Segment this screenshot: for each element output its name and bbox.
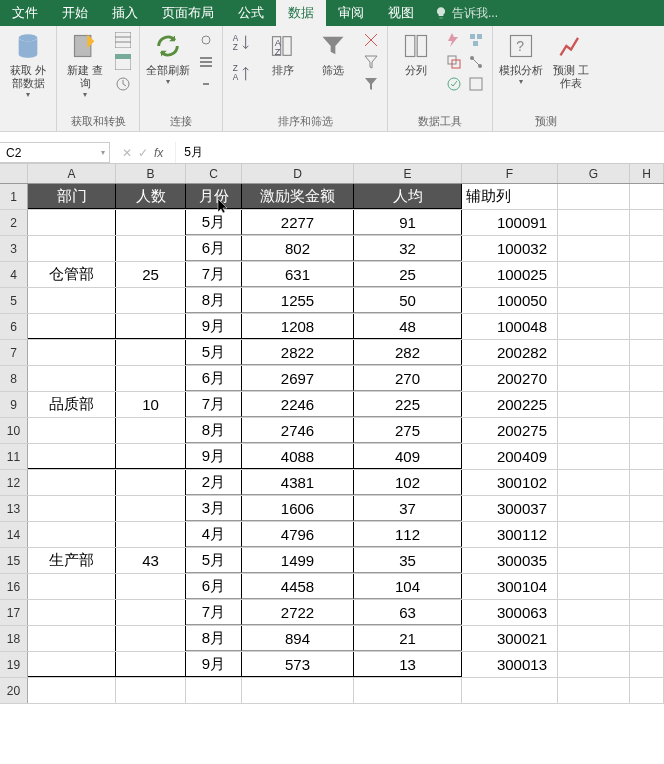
cell[interactable] <box>558 496 630 521</box>
cell[interactable]: 4458 <box>242 574 354 599</box>
row-header[interactable]: 13 <box>0 496 28 521</box>
cell[interactable]: 32 <box>354 236 462 261</box>
cell[interactable]: 4月 <box>186 522 242 547</box>
sort-desc-button[interactable]: ZA <box>229 60 255 86</box>
cell[interactable] <box>558 288 630 313</box>
tab-layout[interactable]: 页面布局 <box>150 0 226 26</box>
cell[interactable] <box>630 262 664 287</box>
consolidate-button[interactable] <box>466 30 486 50</box>
tell-me[interactable]: 告诉我... <box>434 0 498 26</box>
cell[interactable] <box>630 418 664 443</box>
cell[interactable]: 300035 <box>462 548 558 573</box>
cell[interactable] <box>630 600 664 625</box>
cell[interactable]: 9月 <box>186 652 242 677</box>
cell[interactable]: 35 <box>354 548 462 573</box>
cell[interactable] <box>630 574 664 599</box>
header-cell[interactable]: 人数 <box>116 184 186 209</box>
from-table-button[interactable] <box>113 52 133 72</box>
cell[interactable]: 7月 <box>186 262 242 287</box>
cell[interactable] <box>116 652 186 677</box>
cell[interactable]: 50 <box>354 288 462 313</box>
col-header[interactable]: E <box>354 164 462 183</box>
cell[interactable] <box>28 366 116 391</box>
what-if-button[interactable]: ? 模拟分析 ▾ <box>499 30 543 86</box>
cell[interactable]: 1606 <box>242 496 354 521</box>
cell[interactable] <box>28 496 116 521</box>
row-header[interactable]: 16 <box>0 574 28 599</box>
cell[interactable] <box>28 210 116 235</box>
cell[interactable] <box>116 418 186 443</box>
cell[interactable] <box>116 340 186 365</box>
cell[interactable] <box>462 678 558 703</box>
tab-insert[interactable]: 插入 <box>100 0 150 26</box>
cell[interactable] <box>630 314 664 339</box>
cell[interactable]: 300112 <box>462 522 558 547</box>
col-header[interactable]: G <box>558 164 630 183</box>
cell[interactable]: 300104 <box>462 574 558 599</box>
cell[interactable] <box>116 626 186 651</box>
tab-home[interactable]: 开始 <box>50 0 100 26</box>
cell[interactable]: 4381 <box>242 470 354 495</box>
cell[interactable]: 2月 <box>186 470 242 495</box>
cell[interactable]: 409 <box>354 444 462 469</box>
cell[interactable]: 2277 <box>242 210 354 235</box>
cell[interactable] <box>558 236 630 261</box>
cell[interactable] <box>116 496 186 521</box>
cell[interactable]: 25 <box>354 262 462 287</box>
cell[interactable] <box>116 678 186 703</box>
cell[interactable] <box>186 678 242 703</box>
cell[interactable] <box>28 522 116 547</box>
cell[interactable] <box>116 288 186 313</box>
clear-filter-button[interactable] <box>361 30 381 50</box>
row-header[interactable]: 8 <box>0 366 28 391</box>
cell[interactable]: 2746 <box>242 418 354 443</box>
cell[interactable] <box>630 392 664 417</box>
cell[interactable]: 200225 <box>462 392 558 417</box>
header-cell[interactable]: 部门 <box>28 184 116 209</box>
cell[interactable]: 6月 <box>186 574 242 599</box>
header-cell[interactable]: 月份 <box>186 184 242 209</box>
recent-sources-button[interactable] <box>113 74 133 94</box>
cell[interactable]: 100032 <box>462 236 558 261</box>
cell[interactable]: 9月 <box>186 444 242 469</box>
cell[interactable] <box>558 522 630 547</box>
cell[interactable] <box>28 626 116 651</box>
cell[interactable]: 282 <box>354 340 462 365</box>
cell[interactable] <box>558 600 630 625</box>
cell[interactable] <box>558 314 630 339</box>
cell[interactable]: 100048 <box>462 314 558 339</box>
cell[interactable] <box>558 574 630 599</box>
cell[interactable]: 6月 <box>186 236 242 261</box>
cell[interactable] <box>28 314 116 339</box>
cell[interactable]: 270 <box>354 366 462 391</box>
cell[interactable] <box>630 184 664 209</box>
sort-button[interactable]: AZ 排序 <box>261 30 305 77</box>
col-header[interactable]: B <box>116 164 186 183</box>
cell[interactable] <box>116 210 186 235</box>
cell[interactable] <box>558 262 630 287</box>
cell[interactable] <box>242 678 354 703</box>
cell[interactable]: 200270 <box>462 366 558 391</box>
cell[interactable] <box>28 652 116 677</box>
confirm-icon[interactable]: ✓ <box>138 146 148 160</box>
properties-button[interactable] <box>196 52 216 72</box>
cell[interactable] <box>630 210 664 235</box>
header-cell[interactable]: 人均 <box>354 184 462 209</box>
tab-data[interactable]: 数据 <box>276 0 326 26</box>
cell[interactable] <box>116 470 186 495</box>
edit-links-button[interactable] <box>196 74 216 94</box>
cell[interactable] <box>558 210 630 235</box>
cell[interactable]: 8月 <box>186 288 242 313</box>
cell[interactable] <box>558 418 630 443</box>
cell[interactable]: 2697 <box>242 366 354 391</box>
fx-icon[interactable]: fx <box>154 146 163 160</box>
cell[interactable]: 300063 <box>462 600 558 625</box>
cell[interactable]: 48 <box>354 314 462 339</box>
show-queries-button[interactable] <box>113 30 133 50</box>
cell[interactable]: 7月 <box>186 600 242 625</box>
cell[interactable]: 200275 <box>462 418 558 443</box>
cell[interactable] <box>28 470 116 495</box>
cell[interactable]: 8月 <box>186 626 242 651</box>
select-all-corner[interactable] <box>0 164 28 183</box>
cell[interactable] <box>116 366 186 391</box>
